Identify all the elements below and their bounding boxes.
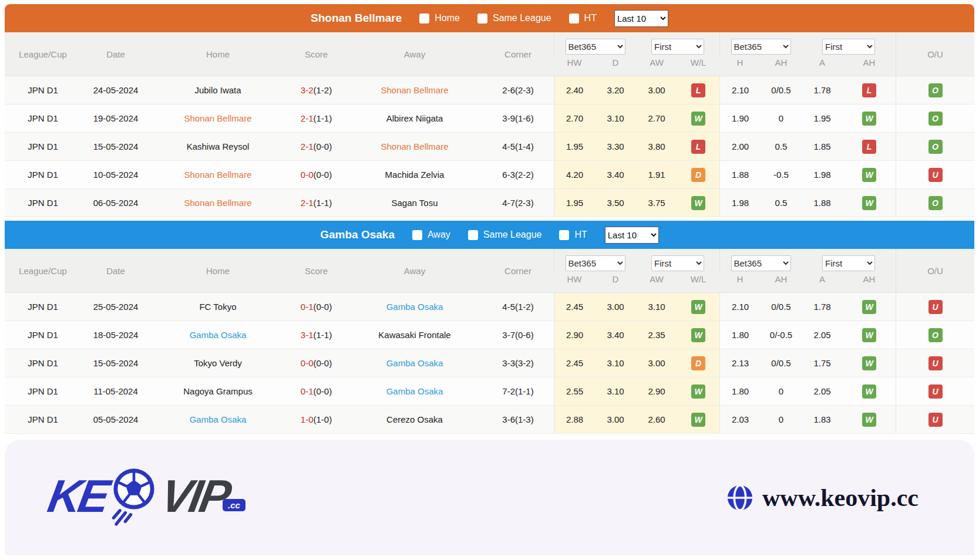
filter-ht-2[interactable]: HT <box>559 230 587 240</box>
date-cell: 15-05-2024 <box>81 133 150 160</box>
period-select-ah[interactable]: First <box>822 39 875 55</box>
away-win-odds: 2.35 <box>636 321 677 349</box>
table-row: JPN D1 19-05-2024 Shonan Bellmare 2-1(1-… <box>5 104 974 133</box>
team1-table: League/Cup Date Home Score Away Corner B… <box>5 32 974 217</box>
ah-away-odds: 1.78 <box>802 293 843 321</box>
date-cell: 19-05-2024 <box>81 104 150 132</box>
away-team-link[interactable]: Gamba Osaka <box>347 377 482 405</box>
away-team-link[interactable]: Shonan Bellmare <box>347 133 482 160</box>
corner-cell: 3-9(1-6) <box>482 104 554 132</box>
filter-home[interactable]: Home <box>419 13 460 23</box>
result-badge: W <box>691 196 705 210</box>
col-ah: AH <box>761 273 802 284</box>
home-team-link[interactable]: Kashiwa Reysol <box>150 133 285 160</box>
result-badge: W <box>691 300 705 314</box>
col-aw: AW <box>636 273 677 284</box>
bookmaker-select-2[interactable]: Bet365 <box>566 255 625 271</box>
ou-cell: O <box>896 133 974 160</box>
filter-same-league[interactable]: Same League <box>477 13 551 23</box>
result-cell: W <box>677 293 719 321</box>
home-team-link[interactable]: Shonan Bellmare <box>150 161 285 188</box>
result-cell: D <box>677 161 719 188</box>
draw-odds: 3.00 <box>595 406 636 433</box>
away-checkbox[interactable] <box>412 230 422 240</box>
score-cell: 0-1(0-0) <box>285 293 347 321</box>
col-d: D <box>595 273 636 284</box>
ah-result-badge: W <box>862 384 876 399</box>
away-team-link[interactable]: Gamba Osaka <box>347 293 482 321</box>
halftime-score: (1-1) <box>314 113 332 123</box>
fulltime-score: 0-1 <box>301 386 314 396</box>
away-win-odds: 1.91 <box>636 161 677 188</box>
home-team-link[interactable]: Nagoya Grampus <box>150 377 285 405</box>
ah-away-odds: 1.98 <box>802 161 843 188</box>
corner-cell: 6-3(2-2) <box>482 161 554 188</box>
draw-odds: 3.50 <box>595 189 636 217</box>
bookmaker-select-ah-2[interactable]: Bet365 <box>731 255 791 271</box>
period-select-2[interactable]: First <box>651 255 704 271</box>
col-ou: O/U <box>896 32 974 76</box>
col-date: Date <box>81 49 150 59</box>
bookmaker-select[interactable]: Bet365 <box>566 39 625 55</box>
corner-cell: 4-7(2-3) <box>482 189 554 217</box>
league-cell: JPN D1 <box>5 406 81 433</box>
away-team-link[interactable]: Cerezo Osaka <box>347 406 482 433</box>
away-team-link[interactable]: Kawasaki Frontale <box>347 321 482 349</box>
ou-cell: U <box>896 349 974 377</box>
home-team-link[interactable]: Gamba Osaka <box>150 321 285 349</box>
away-team-link[interactable]: Albirex Niigata <box>347 104 482 132</box>
home-team-link[interactable]: Gamba Osaka <box>150 406 285 433</box>
period-select[interactable]: First <box>651 39 704 55</box>
home-team-link[interactable]: Jubilo Iwata <box>150 76 285 104</box>
home-team-link[interactable]: Shonan Bellmare <box>150 104 285 132</box>
ah-home-odds: 2.10 <box>719 293 761 321</box>
result-badge: L <box>691 140 705 154</box>
away-win-odds: 3.10 <box>636 293 677 321</box>
away-team-link[interactable]: Gamba Osaka <box>347 349 482 377</box>
ah-home-odds: 2.00 <box>719 133 761 160</box>
ah-home-odds: 2.03 <box>719 406 761 433</box>
halftime-score: (1-1) <box>314 330 332 340</box>
team1-title: Shonan Bellmare <box>311 12 402 25</box>
ah-handicap: 0/0.5 <box>761 76 802 104</box>
site-url-link[interactable]: www.keovip.cc <box>726 484 919 512</box>
away-team-link[interactable]: Shonan Bellmare <box>347 76 482 104</box>
away-win-odds: 2.70 <box>636 104 677 132</box>
ou-badge: O <box>928 112 943 126</box>
home-checkbox[interactable] <box>419 14 429 23</box>
ah-away-odds: 1.75 <box>802 349 843 377</box>
fulltime-score: 1-0 <box>301 414 314 424</box>
away-team-link[interactable]: Sagan Tosu <box>347 189 482 217</box>
corner-cell: 4-5(1-4) <box>482 133 554 160</box>
halftime-score: (1-0) <box>314 414 332 424</box>
ah-result-badge: W <box>862 196 876 210</box>
ou-cell: O <box>896 321 974 349</box>
ah-handicap: 0.5 <box>761 189 802 217</box>
same-league-checkbox[interactable] <box>477 14 487 23</box>
away-win-odds: 3.75 <box>636 189 677 217</box>
away-win-odds: 3.00 <box>636 76 677 104</box>
filter-same-league-2[interactable]: Same League <box>468 230 542 240</box>
period-select-ah-2[interactable]: First <box>822 255 875 271</box>
ht-checkbox[interactable] <box>569 14 579 23</box>
home-team-link[interactable]: FC Tokyo <box>150 293 285 321</box>
league-cell: JPN D1 <box>5 349 81 377</box>
home-team-link[interactable]: Tokyo Verdy <box>150 349 285 377</box>
bookmaker-select-ah[interactable]: Bet365 <box>731 39 791 55</box>
league-cell: JPN D1 <box>5 161 81 188</box>
filter-away[interactable]: Away <box>412 230 450 240</box>
last10-select-2[interactable]: Last 10 <box>605 227 659 244</box>
ht-checkbox-2[interactable] <box>559 230 569 240</box>
home-team-link[interactable]: Shonan Bellmare <box>150 189 285 217</box>
result-cell: W <box>677 189 719 217</box>
away-team-link[interactable]: Machida Zelvia <box>347 161 482 188</box>
period-select-cell-ah: First <box>802 249 896 273</box>
ah-handicap: 0.5 <box>761 133 802 160</box>
same-league-checkbox-2[interactable] <box>468 230 478 240</box>
table1-header: League/Cup Date Home Score Away Corner B… <box>5 32 974 76</box>
score-cell: 2-1(0-0) <box>285 133 347 160</box>
ou-badge: U <box>928 413 943 427</box>
filter-ht[interactable]: HT <box>569 13 597 23</box>
last10-select[interactable]: Last 10 <box>614 10 668 27</box>
col-home: Home <box>150 49 285 59</box>
